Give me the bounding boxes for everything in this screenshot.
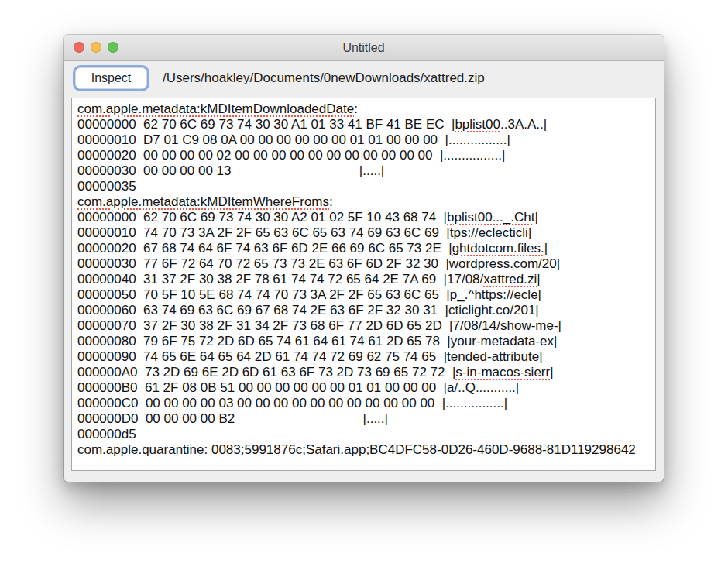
toolbar: Inspect /Users/hoakley/Documents/0newDow… <box>64 61 664 97</box>
misspelled-text: com.apple.metadata:kMDItemDownloadedDate <box>77 101 354 116</box>
hex-row: 00000000 62 70 6C 69 73 74 30 30 A2 01 0… <box>77 210 655 225</box>
desktop: Untitled Inspect /Users/hoakley/Document… <box>0 0 728 570</box>
misspelled-text: bplist00..._.Cht <box>447 210 534 225</box>
hex-row: 00000040 31 37 2F 30 38 2F 78 61 74 74 7… <box>77 272 655 287</box>
length-row: 000000d5 <box>77 427 655 442</box>
hex-row: 000000B0 61 2F 08 0B 51 00 00 00 00 00 0… <box>77 380 655 396</box>
app-window: Untitled Inspect /Users/hoakley/Document… <box>64 35 664 482</box>
xattr-output[interactable]: com.apple.metadata:kMDItemDownloadedDate… <box>71 98 656 471</box>
hex-row: 00000060 63 74 69 63 6C 69 67 68 74 2E 6… <box>77 303 655 318</box>
misspelled-text: com.apple.metadata:kMDItemWhereFroms <box>77 194 329 209</box>
misspelled-text: bplist00 <box>455 117 500 132</box>
hex-row: 00000030 77 6F 72 64 70 72 65 73 73 2E 6… <box>77 256 655 272</box>
hex-row: 00000010 74 70 73 3A 2F 2F 65 63 6C 65 6… <box>77 225 655 241</box>
attr-header: com.apple.metadata:kMDItemWhereFroms: <box>77 194 655 210</box>
hex-row: 00000020 67 68 74 64 6F 74 63 6F 6D 2E 6… <box>77 241 655 256</box>
misspelled-text: s-in-macos-sierr <box>455 365 550 379</box>
hex-row: 000000A0 73 2D 69 6E 2D 6D 61 63 6F 73 2… <box>77 365 655 380</box>
attr-header: com.apple.metadata:kMDItemDownloadedDate… <box>77 101 655 117</box>
hex-row: 00000050 70 5F 10 5E 68 74 74 70 73 3A 2… <box>77 287 655 303</box>
hex-row: 00000090 74 65 6E 64 65 64 2D 61 74 74 7… <box>77 349 655 365</box>
length-row: 00000035 <box>77 179 655 194</box>
hex-row: 00000020 00 00 00 00 02 00 00 00 00 00 0… <box>77 148 655 163</box>
hex-row: 00000010 D7 01 C9 08 0A 00 00 00 00 00 0… <box>77 132 655 148</box>
hex-row: 000000D0 00 00 00 00 B2 |.....| <box>77 411 655 427</box>
hex-row: 00000030 00 00 00 00 13 |.....| <box>77 163 655 179</box>
misspelled-text: xattred.zi <box>483 272 537 287</box>
hex-row: 000000C0 00 00 00 00 03 00 00 00 00 00 0… <box>77 396 655 411</box>
window-title: Untitled <box>64 35 664 60</box>
file-path: /Users/hoakley/Documents/0newDownloads/x… <box>163 61 485 97</box>
hex-row: 00000000 62 70 6C 69 73 74 30 30 A1 01 3… <box>77 117 655 132</box>
misspelled-text: ghtdotcom.files. <box>452 241 544 256</box>
hex-row: 00000070 37 2F 30 38 2F 31 34 2F 73 68 6… <box>77 318 655 334</box>
title-bar[interactable]: Untitled <box>64 35 664 61</box>
hex-row: 00000080 79 6F 75 72 2D 6D 65 74 61 64 6… <box>77 334 655 349</box>
inspect-button[interactable]: Inspect <box>75 67 147 89</box>
quarantine-row: com.apple.quarantine: 0083;5991876c;Safa… <box>77 442 655 458</box>
